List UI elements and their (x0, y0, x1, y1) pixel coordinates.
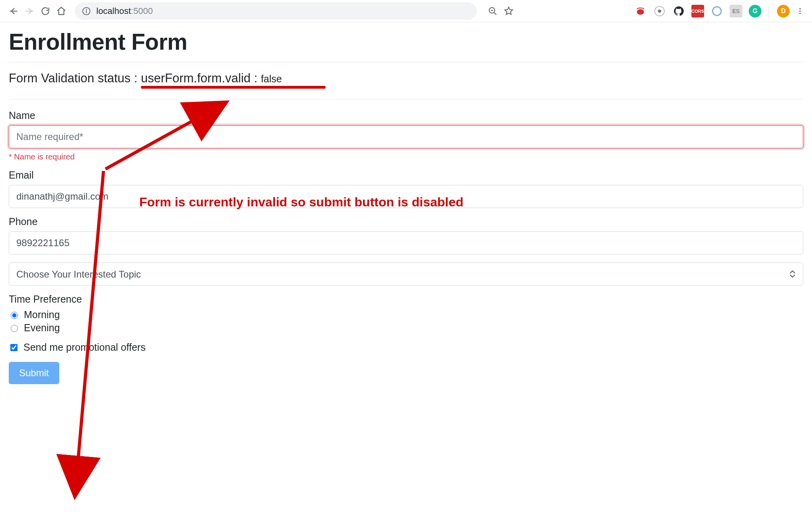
zoom-button[interactable] (485, 3, 501, 19)
form-group-timepref: Time Preference Morning Evening (9, 293, 803, 334)
svg-point-7 (712, 7, 721, 16)
svg-point-10 (799, 13, 800, 14)
home-icon (56, 6, 66, 16)
promo-checkbox[interactable] (10, 344, 18, 351)
arrow-left-icon (8, 6, 19, 16)
bookmark-button[interactable] (501, 3, 517, 19)
extension-grammarly-label: G (753, 8, 757, 15)
name-input[interactable] (9, 125, 803, 148)
svg-point-8 (799, 8, 800, 9)
browser-menu-button[interactable] (794, 3, 806, 19)
extension-es-label: ES (732, 8, 740, 14)
radio-row-morning: Morning (9, 309, 803, 321)
radio-morning-label: Morning (24, 309, 60, 321)
name-label: Name (9, 110, 803, 121)
svg-rect-2 (86, 10, 87, 13)
topic-select[interactable]: Choose Your Interested Topic (9, 262, 803, 286)
radio-morning[interactable] (11, 312, 18, 319)
promo-label: Send me promotional offers (23, 342, 146, 353)
validation-status: Form Validation status : userForm.form.v… (9, 71, 803, 86)
svg-point-4 (637, 9, 644, 15)
annotation-note: Form is currently invalid so submit butt… (139, 195, 463, 210)
url-port: :5000 (131, 6, 153, 16)
name-error: * Name is required (9, 152, 803, 161)
url-host: localhost (96, 6, 131, 16)
validation-status-prefix: Form Validation status : (9, 71, 141, 85)
phone-label: Phone (9, 216, 803, 227)
browser-chrome: localhost:5000 CORS ES G D (0, 0, 812, 22)
form-group-phone: Phone (9, 216, 803, 255)
svg-point-9 (799, 10, 800, 12)
svg-point-6 (658, 10, 661, 13)
extension-cors-label: CORS (691, 9, 704, 14)
page-title: Enrollment Form (9, 29, 803, 55)
toolbar-separator (769, 5, 769, 17)
radio-evening-label: Evening (24, 322, 60, 334)
email-label: Email (9, 169, 803, 181)
promo-row: Send me promotional offers (9, 342, 803, 353)
form-group-name: Name * Name is required (9, 110, 803, 161)
back-button[interactable] (6, 3, 21, 19)
radio-evening[interactable] (11, 325, 18, 332)
svg-point-1 (86, 9, 87, 10)
phone-input[interactable] (9, 231, 803, 255)
arrow-right-icon (24, 6, 35, 16)
site-info-icon[interactable] (82, 7, 91, 16)
timepref-label: Time Preference (9, 293, 803, 305)
validation-status-value: false (261, 73, 282, 84)
title-rule (9, 62, 803, 62)
select-caret-icon (790, 270, 795, 278)
profile-avatar[interactable]: D (777, 5, 790, 17)
status-rule (9, 99, 803, 99)
extension-eye-icon[interactable] (653, 5, 666, 17)
reload-icon (40, 6, 51, 16)
extension-es-icon[interactable]: ES (730, 5, 742, 17)
avatar-letter: D (781, 8, 786, 15)
star-icon (504, 6, 513, 16)
extension-opera-icon[interactable] (710, 5, 723, 17)
home-button[interactable] (53, 3, 69, 19)
extension-grammarly-icon[interactable]: G (749, 5, 761, 17)
extension-octotree-icon[interactable] (672, 5, 685, 17)
submit-button[interactable]: Submit (9, 362, 59, 384)
radio-row-evening: Evening (9, 322, 803, 334)
validation-status-expr: userForm.form.valid : (141, 71, 261, 85)
reload-button[interactable] (37, 3, 53, 19)
kebab-icon (796, 7, 804, 15)
extension-firebug-icon[interactable] (634, 5, 647, 17)
extension-cors-icon[interactable]: CORS (691, 5, 704, 17)
form-group-topic: Choose Your Interested Topic (9, 262, 803, 286)
forward-button[interactable] (21, 3, 37, 19)
magnifier-minus-icon (488, 6, 498, 16)
address-bar[interactable]: localhost:5000 (75, 2, 477, 20)
